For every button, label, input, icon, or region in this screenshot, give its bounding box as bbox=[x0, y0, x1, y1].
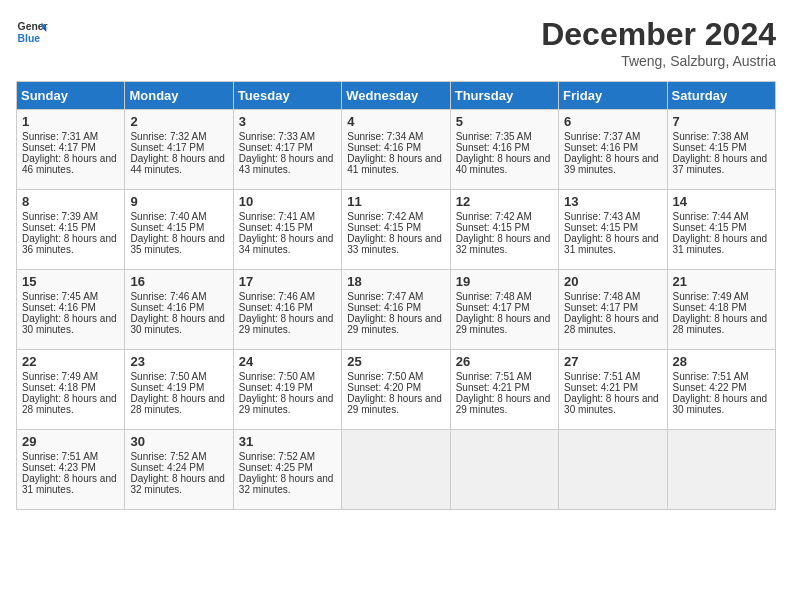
day-number: 27 bbox=[564, 354, 661, 369]
daylight: Daylight: 8 hours and 28 minutes. bbox=[130, 393, 225, 415]
sunset: Sunset: 4:16 PM bbox=[564, 142, 638, 153]
sunset: Sunset: 4:15 PM bbox=[130, 222, 204, 233]
table-row: 4Sunrise: 7:34 AMSunset: 4:16 PMDaylight… bbox=[342, 110, 450, 190]
col-thursday: Thursday bbox=[450, 82, 558, 110]
sunset: Sunset: 4:16 PM bbox=[347, 302, 421, 313]
table-row: 3Sunrise: 7:33 AMSunset: 4:17 PMDaylight… bbox=[233, 110, 341, 190]
sunset: Sunset: 4:15 PM bbox=[239, 222, 313, 233]
sunrise: Sunrise: 7:51 AM bbox=[673, 371, 749, 382]
sunset: Sunset: 4:15 PM bbox=[673, 142, 747, 153]
sunset: Sunset: 4:21 PM bbox=[564, 382, 638, 393]
col-wednesday: Wednesday bbox=[342, 82, 450, 110]
sunrise: Sunrise: 7:31 AM bbox=[22, 131, 98, 142]
table-row: 20Sunrise: 7:48 AMSunset: 4:17 PMDayligh… bbox=[559, 270, 667, 350]
day-number: 23 bbox=[130, 354, 227, 369]
daylight: Daylight: 8 hours and 30 minutes. bbox=[22, 313, 117, 335]
sunrise: Sunrise: 7:40 AM bbox=[130, 211, 206, 222]
sunrise: Sunrise: 7:52 AM bbox=[130, 451, 206, 462]
sunrise: Sunrise: 7:51 AM bbox=[564, 371, 640, 382]
table-row: 14Sunrise: 7:44 AMSunset: 4:15 PMDayligh… bbox=[667, 190, 775, 270]
daylight: Daylight: 8 hours and 32 minutes. bbox=[239, 473, 334, 495]
sunset: Sunset: 4:16 PM bbox=[130, 302, 204, 313]
sunrise: Sunrise: 7:50 AM bbox=[130, 371, 206, 382]
table-row: 17Sunrise: 7:46 AMSunset: 4:16 PMDayligh… bbox=[233, 270, 341, 350]
sunrise: Sunrise: 7:49 AM bbox=[673, 291, 749, 302]
sunrise: Sunrise: 7:46 AM bbox=[130, 291, 206, 302]
sunrise: Sunrise: 7:48 AM bbox=[564, 291, 640, 302]
table-row: 13Sunrise: 7:43 AMSunset: 4:15 PMDayligh… bbox=[559, 190, 667, 270]
sunrise: Sunrise: 7:50 AM bbox=[347, 371, 423, 382]
sunrise: Sunrise: 7:42 AM bbox=[347, 211, 423, 222]
col-sunday: Sunday bbox=[17, 82, 125, 110]
sunrise: Sunrise: 7:51 AM bbox=[456, 371, 532, 382]
daylight: Daylight: 8 hours and 39 minutes. bbox=[564, 153, 659, 175]
table-row bbox=[450, 430, 558, 510]
daylight: Daylight: 8 hours and 31 minutes. bbox=[673, 233, 768, 255]
daylight: Daylight: 8 hours and 34 minutes. bbox=[239, 233, 334, 255]
daylight: Daylight: 8 hours and 40 minutes. bbox=[456, 153, 551, 175]
sunset: Sunset: 4:15 PM bbox=[564, 222, 638, 233]
header-row: Sunday Monday Tuesday Wednesday Thursday… bbox=[17, 82, 776, 110]
col-friday: Friday bbox=[559, 82, 667, 110]
table-row: 26Sunrise: 7:51 AMSunset: 4:21 PMDayligh… bbox=[450, 350, 558, 430]
daylight: Daylight: 8 hours and 33 minutes. bbox=[347, 233, 442, 255]
sunrise: Sunrise: 7:49 AM bbox=[22, 371, 98, 382]
sunrise: Sunrise: 7:35 AM bbox=[456, 131, 532, 142]
daylight: Daylight: 8 hours and 28 minutes. bbox=[673, 313, 768, 335]
sunset: Sunset: 4:15 PM bbox=[22, 222, 96, 233]
table-row: 16Sunrise: 7:46 AMSunset: 4:16 PMDayligh… bbox=[125, 270, 233, 350]
day-number: 19 bbox=[456, 274, 553, 289]
sunset: Sunset: 4:15 PM bbox=[347, 222, 421, 233]
calendar-row: 29Sunrise: 7:51 AMSunset: 4:23 PMDayligh… bbox=[17, 430, 776, 510]
table-row bbox=[342, 430, 450, 510]
day-number: 21 bbox=[673, 274, 770, 289]
day-number: 28 bbox=[673, 354, 770, 369]
sunset: Sunset: 4:17 PM bbox=[22, 142, 96, 153]
day-number: 15 bbox=[22, 274, 119, 289]
svg-text:Blue: Blue bbox=[18, 33, 41, 44]
daylight: Daylight: 8 hours and 28 minutes. bbox=[22, 393, 117, 415]
daylight: Daylight: 8 hours and 29 minutes. bbox=[239, 313, 334, 335]
sunrise: Sunrise: 7:51 AM bbox=[22, 451, 98, 462]
sunset: Sunset: 4:16 PM bbox=[347, 142, 421, 153]
daylight: Daylight: 8 hours and 32 minutes. bbox=[130, 473, 225, 495]
daylight: Daylight: 8 hours and 28 minutes. bbox=[564, 313, 659, 335]
sunset: Sunset: 4:21 PM bbox=[456, 382, 530, 393]
daylight: Daylight: 8 hours and 31 minutes. bbox=[564, 233, 659, 255]
day-number: 30 bbox=[130, 434, 227, 449]
daylight: Daylight: 8 hours and 29 minutes. bbox=[456, 393, 551, 415]
daylight: Daylight: 8 hours and 37 minutes. bbox=[673, 153, 768, 175]
table-row: 28Sunrise: 7:51 AMSunset: 4:22 PMDayligh… bbox=[667, 350, 775, 430]
day-number: 26 bbox=[456, 354, 553, 369]
table-row: 9Sunrise: 7:40 AMSunset: 4:15 PMDaylight… bbox=[125, 190, 233, 270]
sunset: Sunset: 4:16 PM bbox=[22, 302, 96, 313]
day-number: 9 bbox=[130, 194, 227, 209]
day-number: 11 bbox=[347, 194, 444, 209]
sunset: Sunset: 4:19 PM bbox=[130, 382, 204, 393]
sunrise: Sunrise: 7:47 AM bbox=[347, 291, 423, 302]
daylight: Daylight: 8 hours and 30 minutes. bbox=[564, 393, 659, 415]
table-row: 12Sunrise: 7:42 AMSunset: 4:15 PMDayligh… bbox=[450, 190, 558, 270]
sunrise: Sunrise: 7:33 AM bbox=[239, 131, 315, 142]
sunset: Sunset: 4:17 PM bbox=[130, 142, 204, 153]
table-row: 5Sunrise: 7:35 AMSunset: 4:16 PMDaylight… bbox=[450, 110, 558, 190]
table-row bbox=[559, 430, 667, 510]
sunset: Sunset: 4:25 PM bbox=[239, 462, 313, 473]
day-number: 16 bbox=[130, 274, 227, 289]
daylight: Daylight: 8 hours and 43 minutes. bbox=[239, 153, 334, 175]
month-title: December 2024 bbox=[541, 16, 776, 53]
table-row: 27Sunrise: 7:51 AMSunset: 4:21 PMDayligh… bbox=[559, 350, 667, 430]
daylight: Daylight: 8 hours and 36 minutes. bbox=[22, 233, 117, 255]
day-number: 7 bbox=[673, 114, 770, 129]
daylight: Daylight: 8 hours and 46 minutes. bbox=[22, 153, 117, 175]
day-number: 18 bbox=[347, 274, 444, 289]
col-tuesday: Tuesday bbox=[233, 82, 341, 110]
calendar-row: 1Sunrise: 7:31 AMSunset: 4:17 PMDaylight… bbox=[17, 110, 776, 190]
table-row: 24Sunrise: 7:50 AMSunset: 4:19 PMDayligh… bbox=[233, 350, 341, 430]
day-number: 5 bbox=[456, 114, 553, 129]
day-number: 22 bbox=[22, 354, 119, 369]
table-row: 15Sunrise: 7:45 AMSunset: 4:16 PMDayligh… bbox=[17, 270, 125, 350]
day-number: 29 bbox=[22, 434, 119, 449]
sunset: Sunset: 4:18 PM bbox=[673, 302, 747, 313]
day-number: 12 bbox=[456, 194, 553, 209]
